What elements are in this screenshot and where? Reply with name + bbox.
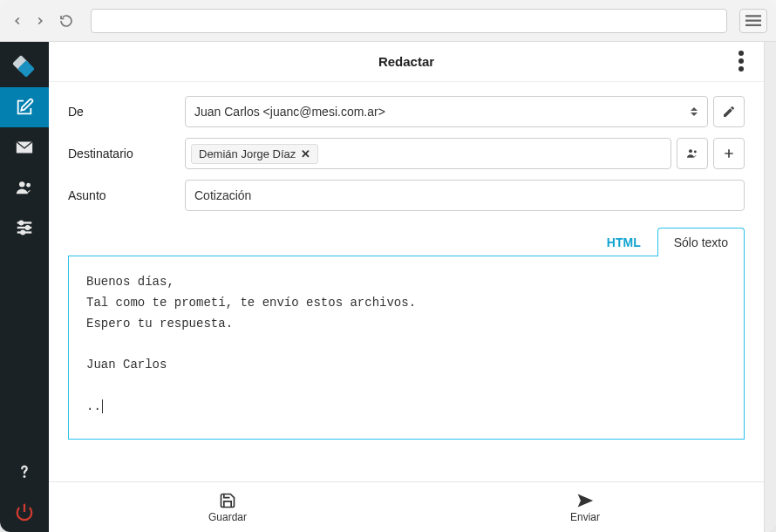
svg-point-13	[689, 149, 692, 153]
recipient-chip[interactable]: Demián Jorge Díaz ✕	[191, 144, 318, 164]
subject-input[interactable]	[185, 180, 745, 211]
edit-identities-button[interactable]	[713, 96, 745, 127]
page-title: Redactar	[378, 54, 434, 69]
sidebar-contacts[interactable]	[0, 167, 49, 208]
app-body: Redactar De Juan Carlos <juanc@mesi.com.…	[0, 42, 776, 532]
from-select[interactable]: Juan Carlos <juanc@mesi.com.ar>	[185, 96, 708, 127]
save-icon	[219, 492, 236, 509]
envelope-icon	[15, 138, 34, 157]
chevron-updown-icon	[690, 107, 698, 116]
pick-contact-button[interactable]	[677, 138, 708, 169]
sidebar-compose[interactable]	[0, 87, 49, 127]
from-row: De Juan Carlos <juanc@mesi.com.ar>	[68, 96, 745, 127]
sidebar-logout[interactable]	[0, 492, 49, 532]
add-recipient-button[interactable]	[713, 138, 745, 169]
svg-point-8	[20, 222, 24, 225]
editor-region: HTML Sólo texto Buenos días, Tal como te…	[68, 222, 745, 440]
users-icon	[15, 178, 34, 197]
svg-point-3	[19, 181, 24, 187]
svg-point-14	[694, 151, 697, 153]
to-input[interactable]: Demián Jorge Díaz ✕	[185, 138, 671, 169]
browser-menu-button[interactable]	[739, 9, 767, 33]
reload-button[interactable]	[54, 9, 78, 33]
cube-icon	[15, 58, 34, 77]
sliders-icon	[15, 218, 34, 237]
app-window: Redactar De Juan Carlos <juanc@mesi.com.…	[0, 0, 776, 532]
to-label: Destinatario	[68, 147, 173, 160]
subject-row: Asunto	[68, 180, 745, 211]
sidebar-help[interactable]	[0, 452, 49, 492]
svg-point-4	[26, 183, 31, 188]
address-bar[interactable]	[91, 9, 727, 33]
svg-rect-0	[745, 15, 761, 17]
send-label: Enviar	[570, 511, 600, 523]
svg-point-10	[21, 231, 24, 235]
compose-form: De Juan Carlos <juanc@mesi.com.ar> Desti…	[49, 82, 764, 481]
tab-plaintext[interactable]: Sólo texto	[657, 228, 745, 256]
send-icon	[576, 492, 594, 509]
body-text: Buenos días, Tal como te prometí, te env…	[86, 275, 416, 413]
page-header: Redactar	[49, 42, 764, 82]
svg-rect-2	[745, 24, 761, 25]
sidebar	[0, 42, 49, 532]
footer-toolbar: Guardar Enviar	[49, 481, 764, 532]
recipient-name: Demián Jorge Díaz	[199, 147, 296, 160]
message-body[interactable]: Buenos días, Tal como te prometí, te env…	[68, 256, 745, 440]
text-caret	[102, 399, 103, 413]
browser-toolbar	[0, 0, 776, 42]
tab-html[interactable]: HTML	[590, 228, 657, 256]
send-button[interactable]: Enviar	[406, 482, 764, 532]
editor-tabs: HTML Sólo texto	[68, 227, 745, 256]
question-icon	[15, 462, 34, 481]
subject-label: Asunto	[68, 188, 173, 202]
svg-point-9	[26, 226, 30, 229]
from-label: De	[68, 105, 173, 119]
svg-point-11	[24, 475, 26, 478]
remove-chip-icon[interactable]: ✕	[301, 147, 310, 160]
contacts-icon	[685, 147, 699, 160]
to-row: Destinatario Demián Jorge Díaz ✕	[68, 138, 745, 169]
plus-icon	[722, 147, 736, 160]
more-menu-button[interactable]	[731, 51, 752, 72]
compose-icon	[15, 98, 34, 117]
scrollbar[interactable]	[764, 42, 776, 532]
content-wrap: Redactar De Juan Carlos <juanc@mesi.com.…	[49, 42, 776, 532]
sidebar-settings[interactable]	[0, 208, 49, 248]
from-value: Juan Carlos <juanc@mesi.com.ar>	[194, 105, 385, 119]
pencil-icon	[722, 105, 736, 119]
save-label: Guardar	[208, 511, 247, 523]
forward-button[interactable]	[31, 9, 49, 33]
subject-field[interactable]	[194, 188, 735, 202]
save-button[interactable]: Guardar	[49, 482, 406, 532]
back-button[interactable]	[9, 9, 26, 33]
sidebar-logo[interactable]	[0, 47, 49, 87]
sidebar-mail[interactable]	[0, 127, 49, 167]
power-icon	[15, 502, 34, 522]
svg-rect-1	[745, 19, 761, 21]
main-panel: Redactar De Juan Carlos <juanc@mesi.com.…	[49, 42, 764, 532]
